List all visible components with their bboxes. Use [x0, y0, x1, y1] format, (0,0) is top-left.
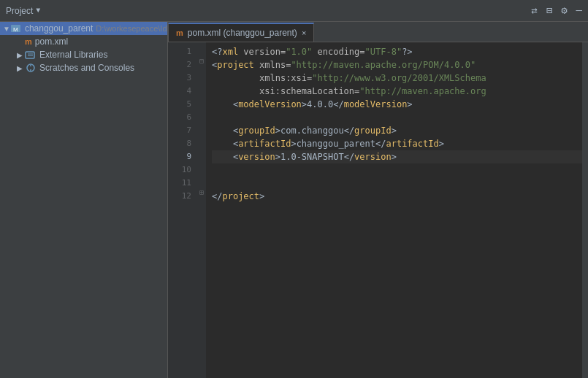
vertical-scrollbar[interactable] — [582, 42, 588, 378]
fold-cell-6 — [197, 108, 206, 121]
external-libraries-label: External Libraries — [39, 50, 107, 60]
line-num-6: 6 — [168, 111, 197, 124]
changgou-parent-path: D:\workesepeace\IdeaProjects\c — [96, 24, 168, 33]
line-num-12: 12 — [168, 190, 197, 203]
code-line-4: xsi:schemaLocation="http://maven.apache.… — [212, 85, 582, 98]
svg-rect-2 — [26, 52, 34, 58]
code-line-11 — [212, 177, 582, 190]
line-num-8: 8 — [168, 137, 197, 150]
library-icon — [25, 50, 37, 60]
line-num-5: 5 — [168, 98, 197, 111]
code-line-12: </project> — [212, 190, 582, 203]
code-line-3: xmlns:xsi="http://www.w3.org/2001/XMLSch… — [212, 72, 582, 85]
line-num-10: 10 — [168, 163, 197, 177]
tree-arrow-changgou[interactable] — [3, 25, 10, 33]
tab-close-button[interactable]: × — [302, 28, 306, 37]
tree-arrow-libraries[interactable] — [15, 51, 25, 59]
main-content: M changgou_parent D:\workesepeace\IdeaPr… — [0, 22, 588, 378]
project-label[interactable]: Project — [6, 6, 33, 16]
fold-cell-5 — [197, 95, 206, 108]
sidebar-item-changgou-parent[interactable]: M changgou_parent D:\workesepeace\IdeaPr… — [0, 22, 167, 35]
editor-tab-pom-xml[interactable]: m pom.xml (changgou_parent) × — [168, 23, 314, 42]
sidebar-item-pom-xml[interactable]: m pom.xml — [0, 35, 167, 48]
pom-xml-label: pom.xml — [35, 36, 68, 47]
code-line-1: <?xml version="1.0" encoding="UTF-8"?> — [212, 45, 582, 58]
title-bar-icons: ⇄ ⊟ ⚙ ─ — [531, 4, 582, 17]
scratches-label: Scratches and Consoles — [39, 63, 134, 73]
scratch-icon — [25, 63, 37, 73]
fold-cell-4 — [197, 82, 206, 95]
code-line-9: <version>1.0-SNAPSHOT</version> — [212, 150, 582, 163]
line-num-7: 7 — [168, 124, 197, 137]
module-icon: M — [10, 23, 22, 34]
title-bar-left: Project ▼ — [6, 6, 40, 16]
changgou-parent-label: changgou_parent — [25, 23, 93, 34]
title-bar: Project ▼ ⇄ ⊟ ⚙ ─ — [0, 0, 588, 22]
code-line-5: <modelVersion>4.0.0</modelVersion> — [212, 98, 582, 111]
code-line-6 — [212, 111, 582, 124]
layout-icon[interactable]: ⊟ — [546, 4, 552, 17]
fold-cell-1 — [197, 42, 206, 55]
line-num-2: 2 — [168, 58, 197, 72]
code-line-2: <project xmlns="http://maven.apache.org/… — [212, 58, 582, 72]
fold-cell-2[interactable] — [197, 55, 206, 69]
maven-icon: m — [25, 37, 32, 46]
sidebar-item-scratches[interactable]: Scratches and Consoles — [0, 61, 167, 74]
line-num-4: 4 — [168, 85, 197, 98]
fold-cell-12[interactable] — [197, 187, 206, 200]
fold-cell-9 — [197, 147, 206, 161]
code-line-7: <groupId>com.changgou</groupId> — [212, 124, 582, 137]
fold-cell-3 — [197, 69, 206, 82]
tab-maven-icon: m — [176, 28, 183, 37]
fold-cell-10 — [197, 161, 206, 174]
code-line-8: <artifactId>changgou_parent</artifactId> — [212, 137, 582, 150]
sidebar: M changgou_parent D:\workesepeace\IdeaPr… — [0, 22, 168, 378]
line-num-11: 11 — [168, 177, 197, 190]
fold-cell-8 — [197, 134, 206, 147]
editor-area: m pom.xml (changgou_parent) × 1 2 3 4 5 … — [168, 22, 588, 378]
project-dropdown-arrow[interactable]: ▼ — [36, 7, 40, 15]
tab-filename: pom.xml (changgou_parent) — [188, 28, 297, 38]
minimize-icon[interactable]: ─ — [576, 5, 582, 17]
sync-icon[interactable]: ⇄ — [531, 4, 537, 17]
settings-icon[interactable]: ⚙ — [561, 4, 567, 17]
line-num-3: 3 — [168, 72, 197, 85]
fold-cell-11 — [197, 174, 206, 187]
tab-bar: m pom.xml (changgou_parent) × — [168, 22, 588, 42]
svg-text:M: M — [13, 26, 18, 33]
line-numbers: 1 2 3 4 5 6 7 8 9 10 11 12 — [168, 42, 197, 378]
code-line-10 — [212, 163, 582, 177]
fold-gutter — [197, 42, 206, 378]
code-editor: 1 2 3 4 5 6 7 8 9 10 11 12 — [168, 42, 588, 378]
line-num-1: 1 — [168, 45, 197, 58]
tree-arrow-scratches[interactable] — [15, 64, 25, 72]
code-content[interactable]: <?xml version="1.0" encoding="UTF-8"?> <… — [206, 42, 582, 378]
sidebar-item-external-libraries[interactable]: External Libraries — [0, 48, 167, 61]
fold-cell-7 — [197, 121, 206, 134]
line-num-9: 9 — [168, 150, 197, 163]
